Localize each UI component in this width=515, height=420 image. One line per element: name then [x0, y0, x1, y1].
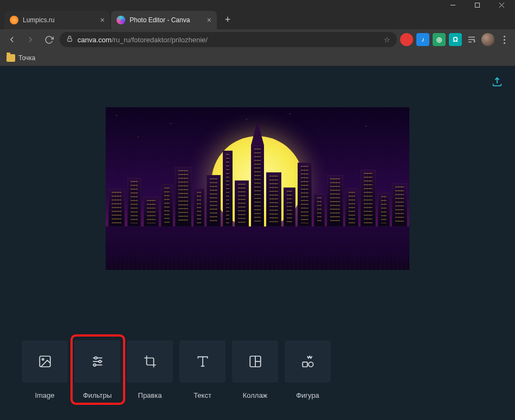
svg-point-14 [94, 357, 96, 359]
address-bar[interactable]: canva.com /ru_ru/fotoredaktor/prilozheni… [60, 32, 397, 47]
window-close-button[interactable] [490, 0, 514, 10]
forward-button[interactable] [23, 32, 38, 47]
bookmark-star-icon[interactable]: ☆ [384, 36, 390, 44]
folder-icon [7, 54, 15, 62]
svg-point-10 [42, 359, 43, 360]
window-maximize-button[interactable] [465, 0, 490, 10]
tool-label: Правка [138, 391, 162, 399]
crop-icon [143, 354, 157, 369]
url-path: /ru_ru/fotoredaktor/prilozhenie/ [112, 36, 208, 44]
tab-label: Lumpics.ru [23, 16, 55, 24]
tool-label: Текст [194, 391, 211, 399]
image-icon [38, 354, 52, 369]
url-domain: canva.com [78, 36, 112, 44]
lock-icon [66, 35, 73, 44]
tool-filters[interactable]: Фильтры [74, 340, 120, 399]
extension-button[interactable]: Ω [449, 33, 462, 46]
svg-rect-4 [68, 38, 72, 41]
extension-button[interactable] [400, 33, 413, 46]
favicon-icon [117, 16, 125, 24]
tool-text[interactable]: Текст [179, 340, 226, 399]
tool-label: Image [35, 391, 54, 399]
tool-shape[interactable]: Фигура [285, 340, 331, 399]
collage-icon [248, 354, 262, 369]
bookmarks-bar: Точка [0, 50, 515, 66]
tab-label: Photo Editor - Canva [130, 16, 190, 24]
browser-tab-strip: Lumpics.ru × Photo Editor - Canva × + [0, 10, 515, 29]
tool-label: Фигура [296, 391, 319, 399]
extension-button[interactable]: ◎ [433, 33, 446, 46]
close-icon[interactable]: × [96, 16, 105, 24]
tool-image[interactable]: Image [22, 340, 68, 399]
share-button[interactable] [491, 76, 503, 88]
tool-label: Коллаж [243, 391, 268, 399]
tool-collage[interactable]: Коллаж [232, 340, 278, 399]
text-icon [196, 354, 210, 369]
tab-canva[interactable]: Photo Editor - Canva × [111, 11, 217, 29]
svg-rect-22 [302, 362, 307, 367]
reload-button[interactable] [41, 32, 56, 47]
reading-list-icon[interactable] [465, 33, 478, 46]
bookmark-folder[interactable]: Точка [7, 54, 35, 62]
image-canvas[interactable] [106, 107, 409, 270]
sliders-icon [91, 354, 105, 369]
window-minimize-button[interactable] [441, 0, 465, 10]
back-button[interactable] [4, 32, 20, 47]
profile-avatar[interactable] [481, 33, 494, 46]
tool-crop[interactable]: Правка [127, 340, 173, 399]
close-icon[interactable]: × [203, 16, 211, 24]
tool-label: Фильтры [83, 391, 112, 399]
svg-point-23 [308, 362, 313, 367]
tab-lumpics[interactable]: Lumpics.ru × [4, 11, 110, 29]
browser-menu-button[interactable] [498, 33, 511, 46]
photo-editor-app: Image Фильтры Правка Текст Коллаж Фигура [0, 66, 515, 420]
extension-button[interactable]: ♪ [416, 33, 429, 46]
upload-icon [491, 76, 503, 88]
svg-point-16 [93, 364, 95, 366]
browser-toolbar: canva.com /ru_ru/fotoredaktor/prilozheni… [0, 29, 515, 50]
svg-point-15 [99, 360, 101, 363]
shapes-icon [301, 354, 315, 369]
tool-dock: Image Фильтры Правка Текст Коллаж Фигура [22, 340, 331, 399]
svg-rect-1 [475, 3, 480, 7]
bookmark-label: Точка [18, 54, 35, 62]
favicon-icon [10, 16, 18, 24]
new-tab-button[interactable]: + [220, 12, 235, 27]
